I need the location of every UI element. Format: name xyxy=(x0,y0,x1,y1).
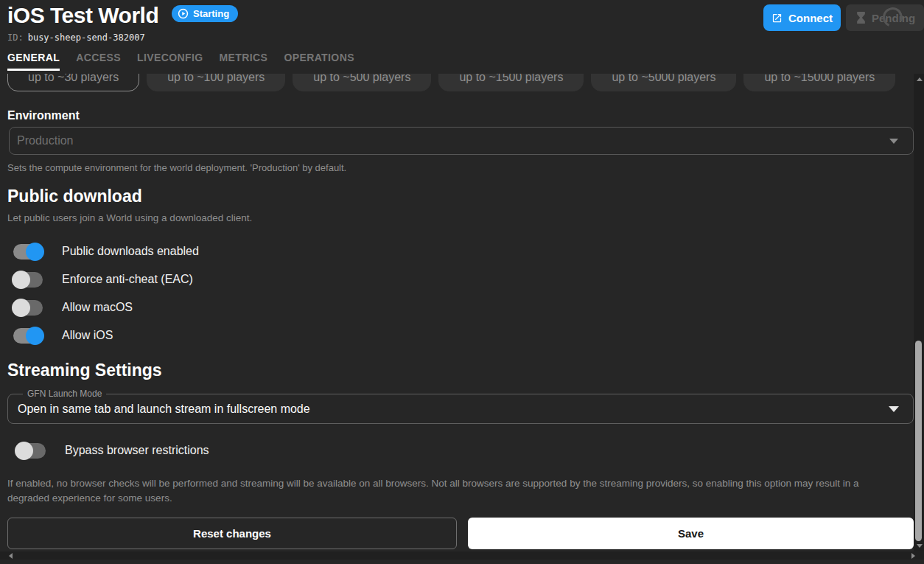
world-id-value: busy-sheep-send-382007 xyxy=(28,32,145,43)
toggle-row-allow-ios: Allow iOS xyxy=(13,326,113,345)
tab-operations[interactable]: OPERATIONS xyxy=(284,52,354,71)
toggle-thumb xyxy=(12,271,30,289)
toggle-label: Allow macOS xyxy=(62,301,133,314)
play-circle-icon xyxy=(178,8,189,19)
vertical-scrollbar[interactable] xyxy=(914,74,924,551)
scroll-left-arrow-icon[interactable] xyxy=(9,553,13,559)
chevron-down-icon xyxy=(889,139,898,144)
loading-spinner-icon xyxy=(880,4,906,30)
toggle-row-public-downloads: Public downloads enabled xyxy=(13,242,199,261)
bypass-browser-toggle[interactable] xyxy=(16,443,46,459)
horizontal-scrollbar[interactable] xyxy=(0,551,924,560)
toggle-thumb xyxy=(12,299,30,317)
anti-cheat-toggle[interactable] xyxy=(13,272,43,288)
public-download-subheading: Let public users join a World using a do… xyxy=(7,212,252,223)
chevron-down-icon xyxy=(889,406,899,412)
open-in-new-icon xyxy=(771,13,783,24)
vertical-scrollbar-thumb[interactable] xyxy=(915,341,922,541)
scroll-up-arrow-icon[interactable] xyxy=(917,77,923,81)
gfn-launch-mode-select[interactable]: GFN Launch Mode Open in same tab and lau… xyxy=(7,394,914,424)
public-downloads-toggle[interactable] xyxy=(13,244,43,260)
toggle-row-bypass-browser: Bypass browser restrictions xyxy=(16,441,209,460)
status-badge-label: Starting xyxy=(193,8,229,19)
reset-changes-button[interactable]: Reset changes xyxy=(7,518,457,549)
connect-button-label: Connect xyxy=(788,12,833,24)
allow-ios-toggle[interactable] xyxy=(13,328,43,344)
toggle-row-allow-macos: Allow macOS xyxy=(13,298,133,317)
toggle-label: Bypass browser restrictions xyxy=(65,444,209,457)
gfn-launch-mode-value: Open in same tab and launch stream in fu… xyxy=(18,394,310,423)
connect-button[interactable]: Connect xyxy=(763,4,841,31)
status-badge: Starting xyxy=(172,5,238,22)
tab-liveconfig[interactable]: LIVECONFIG xyxy=(137,52,203,71)
scroll-down-arrow-icon[interactable] xyxy=(917,544,923,548)
toggle-label: Allow iOS xyxy=(62,329,113,342)
tab-access[interactable]: ACCESS xyxy=(76,52,121,71)
scroll-right-arrow-icon[interactable] xyxy=(911,553,915,559)
pending-button: Pending xyxy=(846,4,924,31)
world-id-label: ID: xyxy=(7,32,24,43)
toggle-thumb xyxy=(26,327,44,345)
save-button[interactable]: Save xyxy=(468,518,914,549)
toggle-thumb xyxy=(26,243,44,261)
environment-select[interactable]: Production xyxy=(9,127,914,155)
world-id: ID:busy-sheep-send-382007 xyxy=(7,32,145,43)
streaming-settings-heading: Streaming Settings xyxy=(7,361,162,380)
toggle-row-anti-cheat: Enforce anti-cheat (EAC) xyxy=(13,270,193,289)
environment-label: Environment xyxy=(7,109,80,122)
tab-metrics[interactable]: METRICS xyxy=(220,52,268,71)
public-download-heading: Public download xyxy=(7,187,142,206)
tab-general[interactable]: GENERAL xyxy=(7,52,60,71)
environment-helper-text: Sets the compute environment for the wor… xyxy=(7,162,346,173)
environment-select-value: Production xyxy=(17,134,74,147)
toggle-label: Enforce anti-cheat (EAC) xyxy=(62,273,193,286)
page-title: iOS Test World xyxy=(7,3,158,28)
allow-macos-toggle[interactable] xyxy=(13,300,43,316)
hourglass-icon xyxy=(856,12,866,24)
tab-bar: GENERAL ACCESS LIVECONFIG METRICS OPERAT… xyxy=(7,52,354,71)
world-settings-page: up to ~30 players up to ~100 players up … xyxy=(0,0,924,564)
toggle-label: Public downloads enabled xyxy=(62,245,199,258)
page-header: iOS Test World Starting ID:busy-sheep-se… xyxy=(0,0,924,74)
toggle-thumb xyxy=(15,442,33,460)
streaming-helper-text: If enabled, no browser checks will be pe… xyxy=(7,476,884,506)
